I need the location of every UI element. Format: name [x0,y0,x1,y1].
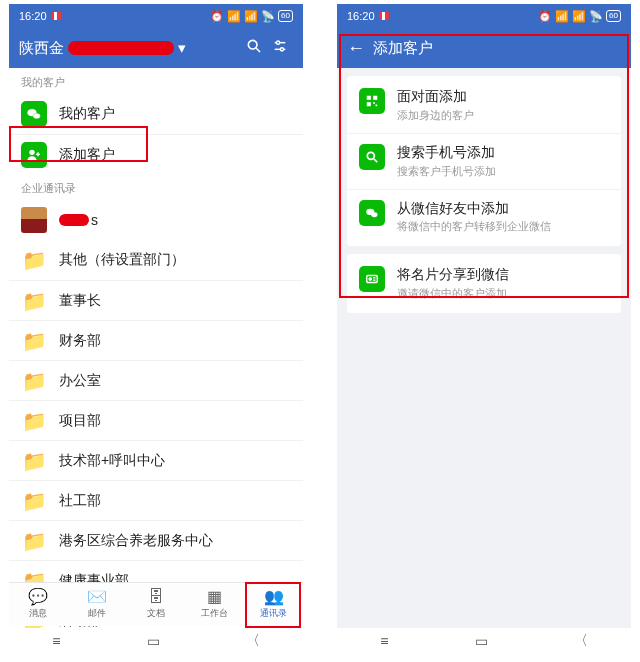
row-label: 我的客户 [59,105,115,123]
option-row[interactable]: 搜索手机号添加搜索客户手机号添加 [347,133,621,189]
row-my-clients[interactable]: 我的客户 [9,94,303,134]
nav-bar: ← 添加客户 [337,28,631,68]
search-icon[interactable] [241,38,267,58]
alarm-icon: ⏰ [210,10,224,23]
option-title: 将名片分享到微信 [397,266,509,283]
row-folder[interactable]: 📁办公室 [9,360,303,400]
svg-rect-13 [367,102,371,106]
phone-left: 16:20 ⏰ 📶 📶 📡 60 陕西金 ▾ 我的客户 我的客户 [9,4,303,654]
nav-bar: 陕西金 ▾ [9,28,303,68]
nav-menu-icon[interactable]: ≡ [380,633,388,649]
phone-right: 16:20 ⏰ 📶 📶 📡 60 ← 添加客户 面对面添加添加身边的客户搜索手机… [337,4,631,654]
back-button[interactable]: ← [347,38,373,59]
row-folder[interactable]: 📁技术部+呼叫中心 [9,440,303,480]
signal-icon: 📶 [244,10,258,23]
row-label: s [91,212,98,228]
row-label: 技术部+呼叫中心 [59,452,165,470]
row-label: 添加客户 [59,146,115,164]
row-add-client[interactable]: 添加客户 [9,134,303,174]
folder-icon: 📁 [21,288,47,314]
row-folder[interactable]: 📁社工部 [9,480,303,520]
option-title: 从微信好友中添加 [397,200,551,217]
row-folder[interactable]: 📁港务区综合养老服务中心 [9,520,303,560]
svg-line-17 [374,159,378,163]
option-group-2: 将名片分享到微信邀请微信中的客户添加 [347,254,621,313]
nav-back-icon[interactable]: 〈 [246,632,260,650]
tab-docs[interactable]: 🗄文档 [127,583,186,626]
signal-icon: 📶 [227,10,241,23]
status-bar: 16:20 ⏰ 📶 📶 📡 60 [337,4,631,28]
status-time: 16:20 [347,10,375,22]
battery-indicator: 60 [278,10,293,22]
mail-icon: ✉️ [87,589,107,605]
row-label: 财务部 [59,332,101,350]
svg-point-16 [367,152,374,159]
battery-indicator: 60 [606,10,621,22]
svg-line-1 [256,48,260,52]
search-icon [359,144,385,170]
tab-bar: 💬消息 ✉️邮件 🗄文档 ▦工作台 👥通讯录 [9,582,303,626]
nav-home-icon[interactable]: ▭ [475,633,488,649]
folder-icon: 📁 [21,528,47,554]
svg-point-21 [369,278,371,280]
status-flag-icon [51,12,61,20]
row-folder[interactable]: 📁财务部 [9,320,303,360]
nav-back-icon[interactable]: 〈 [574,632,588,650]
grid-icon: ▦ [207,589,222,605]
folder-icon: 📁 [21,368,47,394]
tab-mail[interactable]: ✉️邮件 [68,583,127,626]
avatar-icon [21,207,47,233]
option-title: 搜索手机号添加 [397,144,496,161]
nav-menu-icon[interactable]: ≡ [52,633,60,649]
doc-icon: 🗄 [148,589,164,605]
redacted-blob [59,214,89,226]
svg-point-7 [33,113,40,119]
row-label: 办公室 [59,372,101,390]
tab-contacts[interactable]: 👥通讯录 [244,583,303,626]
option-row[interactable]: 从微信好友中添加将微信中的客户转移到企业微信 [347,189,621,245]
svg-point-8 [29,149,34,154]
chat-icon: 💬 [28,589,48,605]
section-header-my-clients: 我的客户 [9,68,303,94]
nav-home-icon[interactable]: ▭ [147,633,160,649]
tab-messages[interactable]: 💬消息 [9,583,68,626]
row-label: 项目部 [59,412,101,430]
svg-rect-14 [373,102,375,104]
add-user-icon [21,142,47,168]
svg-rect-12 [373,96,377,100]
system-nav-bar: ≡ ▭ 〈 [9,628,303,654]
row-contact-person[interactable]: s [9,200,303,240]
row-label: 社工部 [59,492,101,510]
wifi-icon: 📡 [261,10,275,23]
row-folder[interactable]: 📁项目部 [9,400,303,440]
alarm-icon: ⏰ [538,10,552,23]
tab-workbench[interactable]: ▦工作台 [185,583,244,626]
row-folder[interactable]: 📁董事长 [9,280,303,320]
status-bar: 16:20 ⏰ 📶 📶 📡 60 [9,4,303,28]
filter-icon[interactable] [267,38,293,58]
option-row[interactable]: 将名片分享到微信邀请微信中的客户添加 [347,256,621,311]
contacts-icon: 👥 [264,589,284,605]
card-icon [359,266,385,292]
folder-icon: 📁 [21,328,47,354]
svg-point-19 [371,212,377,217]
folder-icon: 📁 [21,488,47,514]
row-label: 其他（待设置部门） [59,251,185,269]
option-subtitle: 邀请微信中的客户添加 [397,286,509,301]
signal-icon: 📶 [572,10,586,23]
folder-icon: 📁 [21,448,47,474]
folder-icon: 📁 [21,247,47,273]
option-row[interactable]: 面对面添加添加身边的客户 [347,78,621,133]
redacted-blob [68,41,174,55]
wechat-icon [21,101,47,127]
svg-rect-11 [367,96,371,100]
option-subtitle: 将微信中的客户转移到企业微信 [397,219,551,234]
row-folder[interactable]: 📁其他（待设置部门） [9,240,303,280]
svg-point-0 [248,40,257,49]
row-label: 港务区综合养老服务中心 [59,532,213,550]
svg-rect-15 [376,105,378,107]
svg-point-5 [280,48,283,51]
option-subtitle: 搜索客户手机号添加 [397,164,496,179]
row-label: 董事长 [59,292,101,310]
svg-point-4 [276,41,279,44]
